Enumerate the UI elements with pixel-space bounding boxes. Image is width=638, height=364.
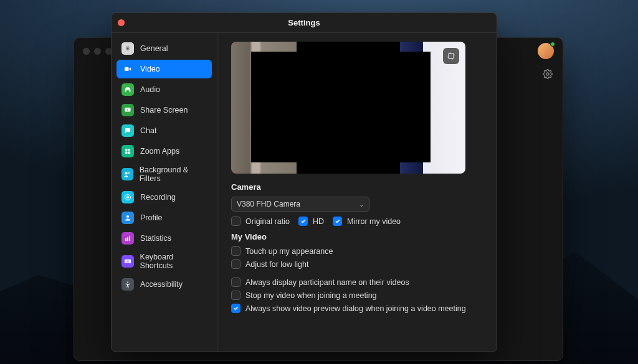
- svg-rect-8: [125, 152, 128, 154]
- sidebar-item-label: Video: [140, 65, 160, 73]
- window-traffic-lights-inactive: [83, 48, 112, 55]
- svg-point-20: [127, 261, 128, 261]
- sidebar-item-label: Profile: [140, 213, 162, 222]
- touch-up-checkbox[interactable]: Touch up my appearance: [231, 246, 484, 256]
- stop-video-on-join-checkbox[interactable]: Stop my video when joining a meeting: [231, 291, 484, 300]
- svg-rect-3: [125, 90, 126, 93]
- sidebar-item-accessibility[interactable]: Accessibility: [117, 275, 212, 294]
- checkbox-box: [231, 278, 240, 287]
- rotate-icon: [447, 52, 455, 60]
- headphones-icon: [121, 83, 134, 96]
- accessibility-icon: [121, 278, 134, 291]
- settings-window: Settings General Video Audio: [111, 12, 497, 352]
- checkbox-label: Stop my video when joining a meeting: [245, 291, 377, 300]
- sidebar-item-audio[interactable]: Audio: [117, 80, 212, 99]
- checkbox-label: Adjust for low light: [245, 260, 308, 269]
- sidebar-item-label: Accessibility: [140, 280, 183, 289]
- sidebar-item-zoom-apps[interactable]: Zoom Apps: [117, 142, 212, 161]
- display-participant-name-checkbox[interactable]: Always display participant name on their…: [231, 278, 484, 287]
- svg-rect-18: [125, 259, 131, 263]
- sidebar-item-statistics[interactable]: Statistics: [117, 229, 212, 248]
- settings-sidebar: General Video Audio Share Screen: [112, 33, 217, 352]
- sidebar-item-general[interactable]: General: [117, 39, 212, 58]
- checkbox-box: [231, 246, 240, 256]
- sidebar-item-label: Recording: [140, 193, 176, 202]
- sidebar-item-label: Audio: [140, 85, 160, 94]
- checkbox-box: [231, 259, 240, 269]
- profile-icon: [121, 212, 134, 224]
- svg-rect-2: [125, 67, 129, 71]
- close-button[interactable]: [118, 19, 125, 26]
- svg-rect-22: [126, 262, 129, 263]
- sidebar-item-label: General: [140, 44, 168, 53]
- svg-point-13: [126, 196, 129, 198]
- share-screen-icon: [121, 104, 134, 116]
- svg-point-10: [125, 172, 128, 175]
- my-video-section-title: My Video: [231, 232, 484, 241]
- checkbox-box: [298, 217, 308, 226]
- presence-dot: [550, 42, 555, 47]
- svg-point-21: [128, 261, 129, 261]
- svg-point-14: [126, 215, 129, 218]
- video-preview-redaction: [251, 52, 431, 162]
- svg-rect-7: [128, 149, 131, 151]
- camera-section-title: Camera: [231, 182, 484, 192]
- background-filters-icon: [121, 168, 133, 180]
- apps-icon: [121, 145, 134, 157]
- sidebar-item-share-screen[interactable]: Share Screen: [117, 101, 212, 119]
- video-preview: [231, 42, 465, 174]
- sidebar-item-background-filters[interactable]: Background & Filters: [117, 162, 212, 186]
- video-icon: [121, 63, 134, 75]
- checkbox-box: [231, 304, 240, 313]
- svg-rect-16: [127, 237, 128, 241]
- chat-icon: [121, 124, 134, 137]
- camera-select[interactable]: V380 FHD Camera ⌄: [231, 197, 369, 212]
- sidebar-item-label: Share Screen: [140, 106, 188, 114]
- svg-point-19: [126, 261, 126, 261]
- mirror-video-checkbox[interactable]: Mirror my video: [333, 217, 401, 226]
- checkbox-label: Original ratio: [245, 217, 290, 226]
- titlebar: Settings: [112, 13, 497, 33]
- keyboard-icon: [121, 255, 134, 268]
- recording-icon: [121, 191, 134, 203]
- svg-rect-4: [130, 90, 131, 93]
- svg-rect-17: [129, 236, 130, 241]
- svg-rect-24: [449, 54, 454, 58]
- checkbox-label: Mirror my video: [347, 217, 401, 226]
- adjust-low-light-checkbox[interactable]: Adjust for low light: [231, 259, 484, 269]
- video-preview-dialog-checkbox[interactable]: Always show video preview dialog when jo…: [231, 304, 484, 313]
- gear-icon: [121, 42, 134, 55]
- checkbox-label: HD: [313, 217, 324, 226]
- checkbox-label: Touch up my appearance: [245, 247, 333, 256]
- sidebar-item-video[interactable]: Video: [117, 60, 212, 78]
- checkbox-label: Always show video preview dialog when jo…: [245, 304, 466, 313]
- sidebar-item-keyboard-shortcuts[interactable]: Keyboard Shortcuts: [117, 250, 212, 273]
- svg-point-23: [127, 282, 128, 283]
- svg-point-0: [546, 73, 549, 75]
- checkbox-box: [231, 217, 240, 226]
- chevron-down-icon: ⌄: [359, 201, 364, 208]
- sidebar-item-recording[interactable]: Recording: [117, 188, 212, 207]
- sidebar-item-label: Keyboard Shortcuts: [140, 253, 207, 270]
- sidebar-item-label: Background & Filters: [140, 166, 207, 183]
- checkbox-box: [333, 217, 342, 226]
- sidebar-item-chat[interactable]: Chat: [117, 121, 212, 140]
- settings-content-video: Camera V380 FHD Camera ⌄ Original ratio …: [217, 33, 497, 352]
- sidebar-item-label: Zoom Apps: [140, 147, 179, 156]
- sidebar-item-profile[interactable]: Profile: [117, 208, 212, 227]
- camera-select-value: V380 FHD Camera: [237, 200, 300, 208]
- svg-rect-9: [128, 152, 131, 154]
- checkbox-box: [231, 291, 240, 300]
- window-title: Settings: [288, 18, 320, 27]
- sidebar-item-label: Statistics: [140, 234, 171, 243]
- svg-rect-11: [128, 172, 130, 174]
- gear-icon[interactable]: [543, 69, 553, 79]
- svg-rect-15: [125, 238, 126, 241]
- rotate-camera-button[interactable]: [443, 48, 459, 64]
- checkbox-label: Always display participant name on their…: [245, 278, 409, 287]
- hd-checkbox[interactable]: HD: [298, 217, 324, 226]
- user-avatar-button[interactable]: [538, 43, 554, 59]
- sidebar-item-label: Chat: [140, 126, 156, 135]
- statistics-icon: [121, 232, 134, 245]
- original-ratio-checkbox[interactable]: Original ratio: [231, 217, 290, 226]
